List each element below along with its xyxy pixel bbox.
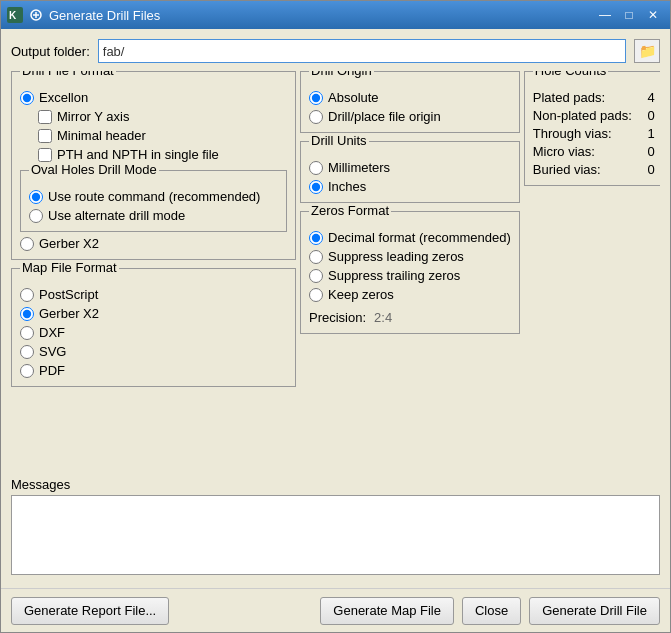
- oval-holes-group: Oval Holes Drill Mode Use route command …: [20, 170, 287, 232]
- micro-vias-value: 0: [635, 144, 655, 159]
- hole-counts-title: Hole Counts: [533, 71, 609, 78]
- alt-drill-label[interactable]: Use alternate drill mode: [48, 208, 185, 223]
- title-bar: K Generate Drill Files — □ ✕: [1, 1, 670, 29]
- messages-textarea[interactable]: [11, 495, 660, 575]
- pdf-radio[interactable]: [20, 364, 34, 378]
- dxf-row: DXF: [20, 325, 287, 340]
- svg-radio[interactable]: [20, 345, 34, 359]
- absolute-label[interactable]: Absolute: [328, 90, 379, 105]
- gerber-x2-map-radio[interactable]: [20, 307, 34, 321]
- postscript-radio[interactable]: [20, 288, 34, 302]
- keep-zeros-label[interactable]: Keep zeros: [328, 287, 394, 302]
- drill-place-radio[interactable]: [309, 110, 323, 124]
- keep-zeros-row: Keep zeros: [309, 287, 511, 302]
- micro-vias-label: Micro vias:: [533, 144, 595, 159]
- svg-label[interactable]: SVG: [39, 344, 66, 359]
- gerber-x2-drill-row: Gerber X2: [20, 236, 287, 251]
- left-column: Drill File Format Excellon Mirror Y axis: [11, 71, 296, 469]
- maximize-button[interactable]: □: [618, 5, 640, 25]
- title-bar-left: K Generate Drill Files: [7, 7, 160, 23]
- drill-place-label[interactable]: Drill/place file origin: [328, 109, 441, 124]
- footer-left: Generate Report File...: [11, 597, 169, 625]
- browse-folder-button[interactable]: 📁: [634, 39, 660, 63]
- excellon-row: Excellon: [20, 90, 287, 105]
- pth-npth-checkbox[interactable]: [38, 148, 52, 162]
- minimize-button[interactable]: —: [594, 5, 616, 25]
- precision-row: Precision: 2:4: [309, 306, 511, 325]
- title-bar-controls: — □ ✕: [594, 5, 664, 25]
- mirror-y-checkbox[interactable]: [38, 110, 52, 124]
- window-title: Generate Drill Files: [49, 8, 160, 23]
- minimal-header-row: Minimal header: [38, 128, 287, 143]
- route-cmd-label[interactable]: Use route command (recommended): [48, 189, 260, 204]
- close-button[interactable]: ✕: [642, 5, 664, 25]
- excellon-label[interactable]: Excellon: [39, 90, 88, 105]
- excellon-radio[interactable]: [20, 91, 34, 105]
- suppress-trailing-label[interactable]: Suppress trailing zeros: [328, 268, 460, 283]
- footer-right: Generate Map File Close Generate Drill F…: [320, 597, 660, 625]
- decimal-radio[interactable]: [309, 231, 323, 245]
- folder-icon: 📁: [639, 43, 656, 59]
- non-plated-pads-row: Non-plated pads: 0: [533, 108, 655, 123]
- non-plated-pads-value: 0: [635, 108, 655, 123]
- zeros-format-title: Zeros Format: [309, 203, 391, 218]
- oval-holes-inner: Use route command (recommended) Use alte…: [29, 189, 278, 223]
- pdf-label[interactable]: PDF: [39, 363, 65, 378]
- suppress-leading-radio[interactable]: [309, 250, 323, 264]
- main-window: K Generate Drill Files — □ ✕ Output fold…: [0, 0, 671, 633]
- micro-vias-row: Micro vias: 0: [533, 144, 655, 159]
- suppress-trailing-radio[interactable]: [309, 269, 323, 283]
- absolute-row: Absolute: [309, 90, 511, 105]
- postscript-label[interactable]: PostScript: [39, 287, 98, 302]
- output-folder-input[interactable]: [98, 39, 626, 63]
- buried-vias-value: 0: [635, 162, 655, 177]
- drill-place-row: Drill/place file origin: [309, 109, 511, 124]
- route-cmd-row: Use route command (recommended): [29, 189, 278, 204]
- map-file-format-group: Map File Format PostScript Gerber X2: [11, 268, 296, 387]
- map-file-format-title: Map File Format: [20, 260, 119, 275]
- pth-npth-row: PTH and NPTH in single file: [38, 147, 287, 162]
- mirror-y-label[interactable]: Mirror Y axis: [57, 109, 129, 124]
- alt-drill-row: Use alternate drill mode: [29, 208, 278, 223]
- inches-radio[interactable]: [309, 180, 323, 194]
- inches-label[interactable]: Inches: [328, 179, 366, 194]
- dxf-radio[interactable]: [20, 326, 34, 340]
- absolute-radio[interactable]: [309, 91, 323, 105]
- minimal-header-label[interactable]: Minimal header: [57, 128, 146, 143]
- minimal-header-checkbox[interactable]: [38, 129, 52, 143]
- precision-label: Precision:: [309, 310, 366, 325]
- millimeters-radio[interactable]: [309, 161, 323, 175]
- pin-icon: [29, 8, 43, 22]
- right-column: Hole Counts Plated pads: 4 Non-plated pa…: [524, 71, 660, 469]
- app-icon: K: [7, 7, 23, 23]
- millimeters-label[interactable]: Millimeters: [328, 160, 390, 175]
- alt-drill-radio[interactable]: [29, 209, 43, 223]
- through-vias-row: Through vias: 1: [533, 126, 655, 141]
- footer: Generate Report File... Generate Map Fil…: [1, 588, 670, 632]
- generate-report-button[interactable]: Generate Report File...: [11, 597, 169, 625]
- gerber-x2-drill-label[interactable]: Gerber X2: [39, 236, 99, 251]
- drill-origin-title: Drill Origin: [309, 71, 374, 78]
- drill-units-inner: Millimeters Inches: [309, 160, 511, 194]
- drill-origin-group: Drill Origin Absolute Drill/place file o…: [300, 71, 520, 133]
- drill-units-group: Drill Units Millimeters Inches: [300, 141, 520, 203]
- generate-map-button[interactable]: Generate Map File: [320, 597, 454, 625]
- keep-zeros-radio[interactable]: [309, 288, 323, 302]
- millimeters-row: Millimeters: [309, 160, 511, 175]
- oval-holes-title: Oval Holes Drill Mode: [29, 162, 159, 177]
- dxf-label[interactable]: DXF: [39, 325, 65, 340]
- output-folder-row: Output folder: 📁: [11, 39, 660, 63]
- pth-npth-label[interactable]: PTH and NPTH in single file: [57, 147, 219, 162]
- svg-text:K: K: [9, 10, 17, 21]
- close-button-footer[interactable]: Close: [462, 597, 521, 625]
- gerber-x2-map-label[interactable]: Gerber X2: [39, 306, 99, 321]
- plated-pads-row: Plated pads: 4: [533, 90, 655, 105]
- generate-drill-button[interactable]: Generate Drill File: [529, 597, 660, 625]
- gerber-x2-drill-radio[interactable]: [20, 237, 34, 251]
- decimal-label[interactable]: Decimal format (recommended): [328, 230, 511, 245]
- postscript-row: PostScript: [20, 287, 287, 302]
- route-cmd-radio[interactable]: [29, 190, 43, 204]
- suppress-trailing-row: Suppress trailing zeros: [309, 268, 511, 283]
- suppress-leading-label[interactable]: Suppress leading zeros: [328, 249, 464, 264]
- output-folder-label: Output folder:: [11, 44, 90, 59]
